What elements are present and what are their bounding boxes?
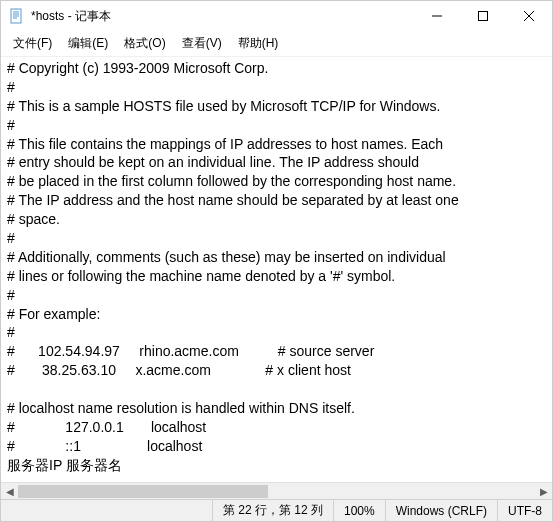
status-spacer — [1, 500, 212, 521]
statusbar: 第 22 行，第 12 列 100% Windows (CRLF) UTF-8 — [1, 499, 552, 521]
menu-help[interactable]: 帮助(H) — [232, 33, 285, 54]
window-title: *hosts - 记事本 — [31, 8, 414, 25]
status-line-ending: Windows (CRLF) — [385, 500, 497, 521]
scroll-track[interactable] — [18, 483, 535, 499]
minimize-button[interactable] — [414, 1, 460, 31]
status-encoding: UTF-8 — [497, 500, 552, 521]
titlebar: *hosts - 记事本 — [1, 1, 552, 31]
menu-edit[interactable]: 编辑(E) — [62, 33, 114, 54]
maximize-button[interactable] — [460, 1, 506, 31]
text-editor[interactable]: # Copyright (c) 1993-2009 Microsoft Corp… — [1, 57, 552, 482]
svg-rect-1 — [479, 12, 488, 21]
menubar: 文件(F) 编辑(E) 格式(O) 查看(V) 帮助(H) — [1, 31, 552, 57]
menu-view[interactable]: 查看(V) — [176, 33, 228, 54]
window-controls — [414, 1, 552, 31]
close-button[interactable] — [506, 1, 552, 31]
horizontal-scrollbar[interactable]: ◀ ▶ — [1, 482, 552, 499]
menu-format[interactable]: 格式(O) — [118, 33, 171, 54]
scroll-left-icon[interactable]: ◀ — [1, 483, 18, 500]
app-icon — [9, 8, 25, 24]
menu-file[interactable]: 文件(F) — [7, 33, 58, 54]
status-zoom: 100% — [333, 500, 385, 521]
scroll-right-icon[interactable]: ▶ — [535, 483, 552, 500]
scroll-thumb[interactable] — [18, 485, 268, 498]
status-position: 第 22 行，第 12 列 — [212, 500, 333, 521]
